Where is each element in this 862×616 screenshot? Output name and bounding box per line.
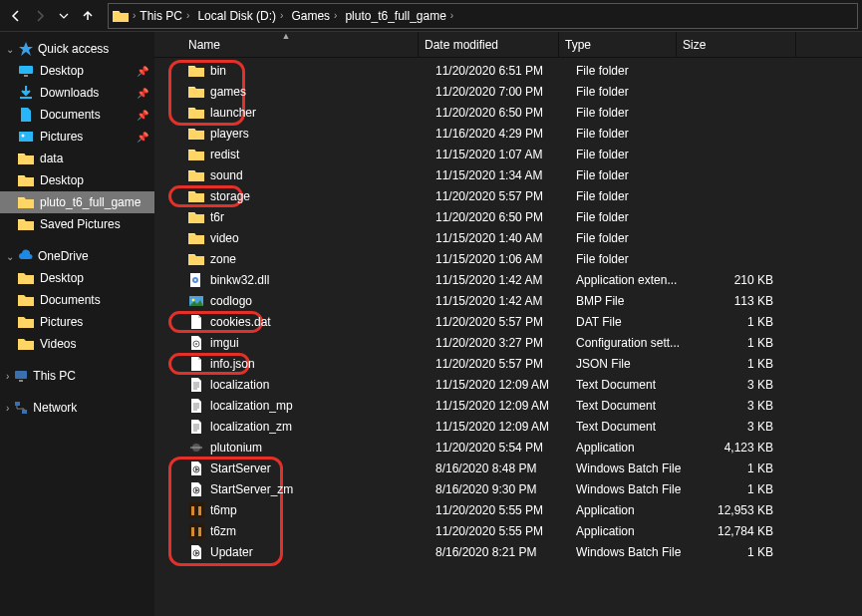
sidebar-item[interactable]: Saved Pictures [0,213,154,235]
file-row[interactable]: StartServer_zm8/16/2020 9:30 PMWindows B… [154,478,862,499]
file-name: StartServer [210,462,435,475]
file-row[interactable]: localization_mp11/15/2020 12:09 AMText D… [154,395,862,416]
sidebar-item[interactable]: Downloads📌 [0,82,154,104]
breadcrumb[interactable]: › This PC› Local Disk (D:)› Games› pluto… [108,3,858,29]
network-icon [13,400,29,416]
col-type[interactable]: Type [559,32,677,57]
file-row[interactable]: info.json11/20/2020 5:57 PMJSON File1 KB [154,353,862,374]
sidebar-this-pc[interactable]: › This PC [0,365,154,387]
sidebar-item[interactable]: Desktop📌 [0,60,154,82]
pin-icon: 📌 [137,132,148,143]
crumb-current[interactable]: pluto_t6_full_game› [341,9,457,23]
col-size[interactable]: Size [677,32,796,57]
file-row[interactable]: games11/20/2020 7:00 PMFile folder [154,81,862,102]
sidebar-item[interactable]: pluto_t6_full_game [0,191,154,213]
file-date: 11/15/2020 1:42 AM [435,273,576,287]
sidebar-item[interactable]: Desktop [0,267,154,289]
sidebar-quick-access[interactable]: ⌄ Quick access [0,38,154,60]
file-name: binkw32.dll [210,273,435,287]
sidebar-item[interactable]: Documents [0,289,154,311]
file-type: File folder [576,64,694,78]
file-date: 11/15/2020 12:09 AM [435,399,576,413]
sidebar-item[interactable]: Desktop [0,169,154,191]
file-row[interactable]: t6mp11/20/2020 5:55 PMApplication12,953 … [154,499,862,520]
file-row[interactable]: bin11/20/2020 6:51 PMFile folder [154,60,862,81]
file-type: Application exten... [576,273,694,287]
recent-dropdown[interactable] [52,4,76,28]
sidebar-item[interactable]: data [0,148,154,169]
svg-rect-20 [188,502,204,518]
file-row[interactable]: storage11/20/2020 5:57 PMFile folder [154,185,862,206]
file-name: imgui [210,336,435,350]
sidebar-label: Quick access [38,42,109,56]
up-button[interactable] [76,4,100,28]
file-row[interactable]: video11/15/2020 1:40 AMFile folder [154,227,862,248]
file-date: 8/16/2020 8:21 PM [435,545,576,559]
sidebar-item-label: Desktop [40,64,84,78]
crumb-games[interactable]: Games› [287,9,341,23]
file-size: 1 KB [694,545,773,559]
file-row[interactable]: players11/16/2020 4:29 PMFile folder [154,123,862,144]
svg-rect-23 [188,523,204,539]
file-row[interactable]: redist11/15/2020 1:07 AMFile folder [154,144,862,164]
file-row[interactable]: t6zm11/20/2020 5:55 PMApplication12,784 … [154,520,862,541]
file-row[interactable]: StartServer8/16/2020 8:48 PMWindows Batc… [154,458,862,478]
file-row[interactable]: localization11/15/2020 12:09 AMText Docu… [154,374,862,395]
sort-asc-icon: ▲ [282,31,291,41]
forward-button[interactable] [28,4,52,28]
file-row[interactable]: localization_zm11/15/2020 12:09 AMText D… [154,416,862,437]
back-button[interactable] [4,4,28,28]
sidebar-item[interactable]: Pictures [0,311,154,333]
file-size: 12,784 KB [694,524,773,538]
crumb-drive[interactable]: Local Disk (D:)› [193,9,287,23]
t6-icon [188,502,204,518]
sidebar-network[interactable]: › Network [0,397,154,419]
svg-point-4 [22,135,25,138]
file-name: plutonium [210,441,435,455]
file-row[interactable]: codlogo11/15/2020 1:42 AMBMP File113 KB [154,290,862,311]
sidebar-item[interactable]: Pictures📌 [0,126,154,148]
folder-icon [188,126,204,142]
folder-icon [188,251,204,267]
file-type: JSON File [576,357,694,371]
file-row[interactable]: zone11/15/2020 1:06 AMFile folder [154,248,862,269]
svg-rect-0 [19,66,33,74]
file-name: sound [210,168,435,182]
star-icon [18,41,34,57]
col-name[interactable]: Name ▲ [154,32,419,57]
txt-icon [188,398,204,414]
file-name: localization_mp [210,399,435,413]
toolbar: › This PC› Local Disk (D:)› Games› pluto… [0,0,862,32]
file-row[interactable]: binkw32.dll11/15/2020 1:42 AMApplication… [154,269,862,290]
file-date: 11/20/2020 5:57 PM [435,357,576,371]
file-row[interactable]: Updater8/16/2020 8:21 PMWindows Batch Fi… [154,541,862,562]
file-list[interactable]: bin11/20/2020 6:51 PMFile foldergames11/… [154,58,862,616]
file-row[interactable]: imgui11/20/2020 3:27 PMConfiguration set… [154,332,862,353]
file-type: File folder [576,231,694,245]
sidebar-onedrive[interactable]: ⌄ OneDrive [0,245,154,267]
file-date: 11/20/2020 7:00 PM [435,85,576,99]
col-date[interactable]: Date modified [419,32,559,57]
sidebar-item[interactable]: Videos [0,333,154,355]
txt-icon [188,377,204,393]
file-name: zone [210,252,435,266]
sidebar: ⌄ Quick access Desktop📌Downloads📌Documen… [0,32,154,616]
file-name: bin [210,64,435,78]
crumb-this-pc[interactable]: This PC› [136,9,193,23]
file-size: 1 KB [694,315,773,329]
file-name: localization_zm [210,420,435,434]
file-row[interactable]: launcher11/20/2020 6:50 PMFile folder [154,102,862,123]
file-row[interactable]: t6r11/20/2020 6:50 PMFile folder [154,206,862,227]
file-type: File folder [576,168,694,182]
svg-rect-21 [191,506,194,515]
sidebar-item-label: Downloads [40,86,99,100]
file-row[interactable]: plutonium11/20/2020 5:54 PMApplication4,… [154,437,862,458]
file-name: launcher [210,106,435,120]
sidebar-item[interactable]: Documents📌 [0,104,154,126]
file-type: Application [576,524,694,538]
svg-rect-3 [19,132,33,142]
file-date: 11/20/2020 6:50 PM [435,106,576,120]
folder-icon [188,167,204,183]
file-row[interactable]: sound11/15/2020 1:34 AMFile folder [154,164,862,185]
file-row[interactable]: cookies.dat11/20/2020 5:57 PMDAT File1 K… [154,311,862,332]
